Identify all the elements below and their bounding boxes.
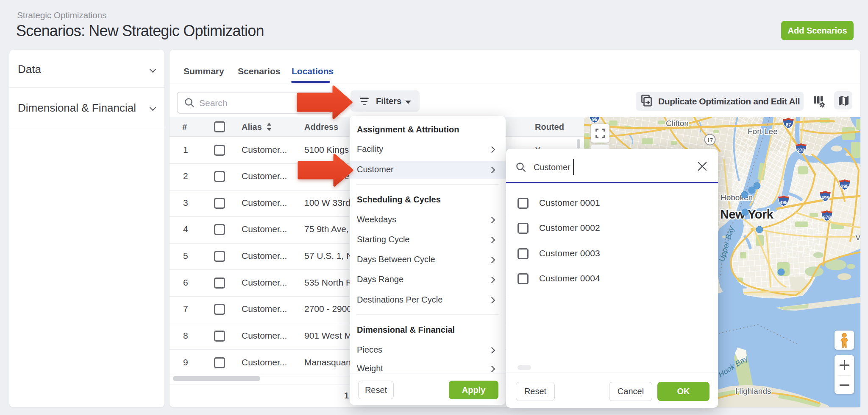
svg-text:495: 495 (821, 195, 829, 200)
svg-text:678: 678 (823, 215, 831, 220)
svg-text:87: 87 (786, 122, 791, 127)
svg-text:278: 278 (797, 148, 805, 153)
svg-text:95: 95 (592, 117, 597, 122)
svg-text:17: 17 (707, 137, 713, 143)
svg-text:Va: Va (855, 233, 860, 242)
svg-text:Clifton: Clifton (666, 119, 689, 128)
svg-text:Fort Lee: Fort Lee (748, 127, 778, 136)
svg-text:495: 495 (780, 200, 787, 205)
svg-text:295: 295 (841, 184, 849, 189)
svg-text:Highlands: Highlands (735, 387, 771, 395)
